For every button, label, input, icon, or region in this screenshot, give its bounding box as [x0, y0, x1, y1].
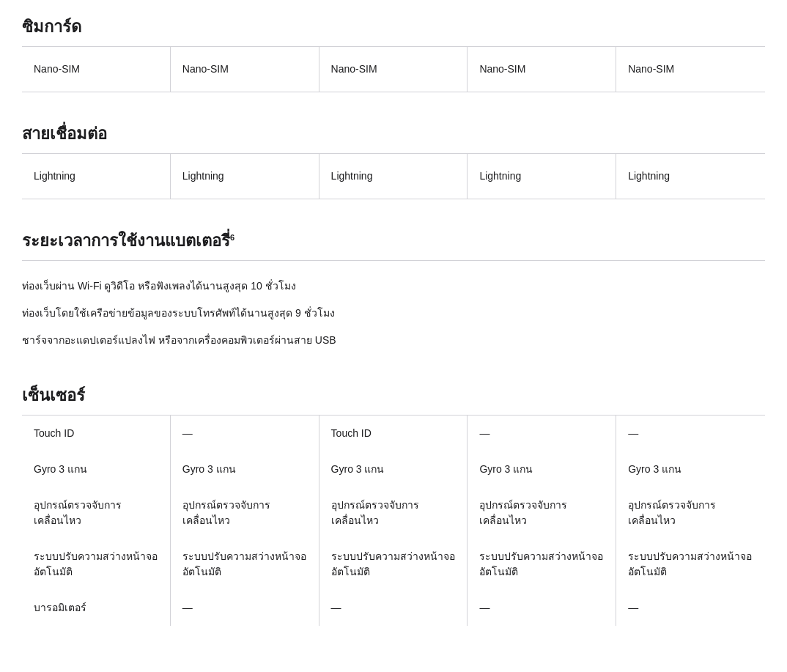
- sensor-cell: Gyro 3 แกน: [468, 451, 616, 487]
- sensor-cell: ระบบปรับความสว่างหน้าจออัตโนมัติ: [616, 539, 765, 590]
- sensor-grid: Touch IDGyro 3 แกนอุปกรณ์ตรวจจับการเคลื่…: [22, 416, 765, 626]
- sim-section: ซิมการ์ด Nano-SIMNano-SIMNano-SIMNano-SI…: [22, 15, 765, 92]
- sim-cell: Nano-SIM: [171, 47, 319, 92]
- sim-cell: Nano-SIM: [319, 47, 468, 92]
- sim-cell: Nano-SIM: [468, 47, 616, 92]
- sensor-cell: —: [468, 416, 616, 451]
- connector-title: สายเชื่อมต่อ: [22, 122, 765, 154]
- sensor-column: —Gyro 3 แกนอุปกรณ์ตรวจจับการเคลื่อนไหวระ…: [468, 416, 616, 626]
- sensor-cell: Gyro 3 แกน: [319, 451, 468, 487]
- sensor-cell: อุปกรณ์ตรวจจับการเคลื่อนไหว: [468, 487, 616, 539]
- sensor-cell: อุปกรณ์ตรวจจับการเคลื่อนไหว: [616, 487, 765, 539]
- sensor-cell: —: [171, 416, 319, 451]
- sensor-cell: —: [171, 590, 319, 626]
- sensor-cell: —: [319, 590, 468, 626]
- sensor-cell: ระบบปรับความสว่างหน้าจออัตโนมัติ: [468, 539, 616, 590]
- sim-title: ซิมการ์ด: [22, 15, 765, 47]
- page-container: ซิมการ์ด Nano-SIMNano-SIMNano-SIMNano-SI…: [0, 0, 787, 670]
- sensor-cell: อุปกรณ์ตรวจจับการเคลื่อนไหว: [22, 487, 170, 539]
- sim-cell: Nano-SIM: [22, 47, 171, 92]
- sensor-cell: Gyro 3 แกน: [616, 451, 765, 487]
- connector-cell: Lightning: [319, 154, 468, 199]
- connector-cell: Lightning: [616, 154, 765, 199]
- sensor-cell: ระบบปรับความสว่างหน้าจออัตโนมัติ: [319, 539, 468, 590]
- sensor-title: เซ็นเซอร์: [22, 383, 765, 416]
- sensor-cell: Gyro 3 แกน: [22, 451, 170, 487]
- battery-item: ท่องเว็บโดยใช้เครือข่ายข้อมูลของระบบโทรศ…: [22, 300, 765, 327]
- sim-grid: Nano-SIMNano-SIMNano-SIMNano-SIMNano-SIM: [22, 47, 765, 92]
- sensor-cell: —: [616, 590, 765, 626]
- sensor-cell: Touch ID: [319, 416, 468, 451]
- sensor-cell: Gyro 3 แกน: [171, 451, 319, 487]
- sensor-cell: บารอมิเตอร์: [22, 590, 170, 626]
- connector-cell: Lightning: [22, 154, 171, 199]
- sim-cell: Nano-SIM: [616, 47, 765, 92]
- battery-section: ระยะเวลาการใช้งานแบตเตอรี่6 ท่องเว็บผ่าน…: [22, 229, 765, 354]
- sensor-column: Touch IDGyro 3 แกนอุปกรณ์ตรวจจับการเคลื่…: [22, 416, 171, 626]
- sensor-column: —Gyro 3 แกนอุปกรณ์ตรวจจับการเคลื่อนไหวระ…: [616, 416, 765, 626]
- sensor-cell: ระบบปรับความสว่างหน้าจออัตโนมัติ: [22, 539, 170, 590]
- battery-item: ท่องเว็บผ่าน Wi‑Fi ดูวิดีโอ หรือฟังเพลงไ…: [22, 273, 765, 300]
- sensor-cell: อุปกรณ์ตรวจจับการเคลื่อนไหว: [171, 487, 319, 539]
- connector-section: สายเชื่อมต่อ LightningLightningLightning…: [22, 122, 765, 199]
- connector-cell: Lightning: [171, 154, 319, 199]
- battery-item: ชาร์จจากอะแดปเตอร์แปลงไฟ หรือจากเครื่องค…: [22, 327, 765, 354]
- sensor-cell: อุปกรณ์ตรวจจับการเคลื่อนไหว: [319, 487, 468, 539]
- battery-title: ระยะเวลาการใช้งานแบตเตอรี่6: [22, 229, 765, 261]
- connector-cell: Lightning: [468, 154, 616, 199]
- sensor-cell: Touch ID: [22, 416, 170, 451]
- sensor-cell: —: [616, 416, 765, 451]
- sensor-cell: ระบบปรับความสว่างหน้าจออัตโนมัติ: [171, 539, 319, 590]
- sensor-section: เซ็นเซอร์ Touch IDGyro 3 แกนอุปกรณ์ตรวจจ…: [22, 383, 765, 626]
- sensor-column: Touch IDGyro 3 แกนอุปกรณ์ตรวจจับการเคลื่…: [319, 416, 468, 626]
- connector-grid: LightningLightningLightningLightningLigh…: [22, 154, 765, 199]
- sensor-column: —Gyro 3 แกนอุปกรณ์ตรวจจับการเคลื่อนไหวระ…: [171, 416, 319, 626]
- battery-list: ท่องเว็บผ่าน Wi‑Fi ดูวิดีโอ หรือฟังเพลงไ…: [22, 273, 765, 354]
- sensor-cell: —: [468, 590, 616, 626]
